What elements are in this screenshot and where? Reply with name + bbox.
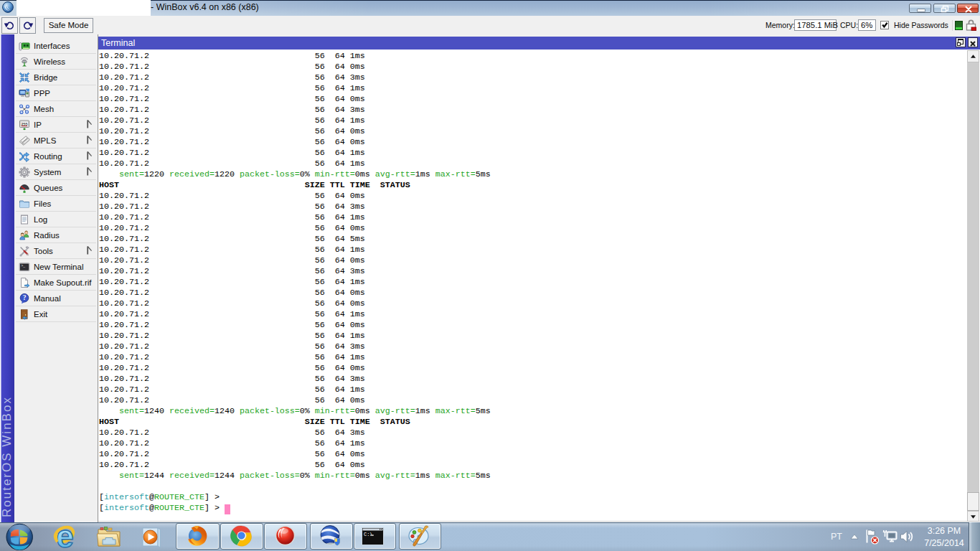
svg-text:255: 255 (22, 122, 28, 126)
svg-text:>_: >_ (21, 264, 25, 268)
svg-text:C:\: C:\ (364, 532, 373, 537)
svg-text:?: ? (23, 294, 27, 301)
svg-text:e: e (56, 523, 73, 550)
